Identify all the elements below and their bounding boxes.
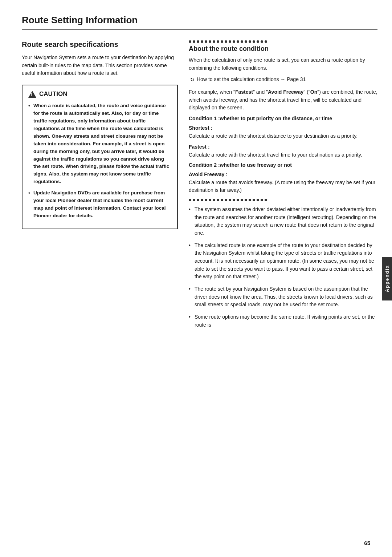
- bullet-item-1-text: The system assumes the driver deviated e…: [195, 206, 376, 236]
- dot-7: [213, 40, 215, 43]
- fastest-text: Calculate a route with the shortest trav…: [189, 151, 377, 159]
- avoid-freeway-bold: Avoid Freeway: [268, 89, 303, 95]
- bdot-12: [233, 199, 235, 201]
- bdot-13: [237, 199, 239, 201]
- bdot-17: [253, 199, 255, 201]
- dot-5: [205, 40, 207, 43]
- avoid-freeway-text: Calculate a route that avoids freeway. (…: [189, 179, 377, 194]
- caution-list: When a route is calculated, the route an…: [28, 102, 171, 220]
- dot-12: [233, 40, 235, 43]
- avoid-freeway-heading: Avoid Freeway :: [189, 171, 377, 177]
- bullet-item-4: Some route options may become the same r…: [189, 313, 377, 329]
- dot-2: [193, 40, 195, 43]
- dot-14: [241, 40, 243, 43]
- link-text: How to set the calculation conditions → …: [197, 76, 306, 84]
- bullet-item-3-text: The route set by your Navigation System …: [195, 286, 373, 307]
- on-bold: On: [310, 89, 317, 95]
- link-page-number: Page 31: [287, 76, 306, 82]
- dot-1: [189, 40, 191, 43]
- dot-18: [257, 40, 259, 43]
- dot-15: [245, 40, 247, 43]
- caution-item-2-text: Update Navigation DVDs are available for…: [33, 190, 166, 218]
- example-text: For example, when "Fastest" and "Avoid F…: [189, 88, 377, 112]
- sidebar-tab: Appendix: [382, 257, 392, 300]
- link-page: Page 31: [287, 76, 306, 82]
- right-column: About the route condition When the calcu…: [189, 40, 377, 542]
- dots-divider-top: [189, 40, 377, 43]
- caution-bold-2: Update Navigation DVDs are available for…: [33, 190, 166, 218]
- page-title: Route Setting Information: [22, 15, 377, 30]
- bdot-9: [221, 199, 223, 201]
- caution-label: CAUTION: [39, 90, 67, 98]
- bdot-7: [213, 199, 215, 201]
- route-search-heading: Route search specifications: [22, 40, 178, 49]
- caution-item-1: When a route is calculated, the route an…: [28, 102, 171, 186]
- caution-header: CAUTION: [28, 90, 171, 98]
- dot-17: [253, 40, 255, 43]
- bdot-10: [225, 199, 227, 201]
- left-column: Route search specifications Your Navigat…: [22, 40, 178, 542]
- dot-6: [209, 40, 211, 43]
- bullet-item-4-text: Some route options may become the same r…: [195, 314, 375, 328]
- dot-4: [201, 40, 203, 43]
- dot-11: [229, 40, 231, 43]
- condition2-heading: Condition 2 :whether to use freeway or n…: [189, 162, 377, 168]
- bullet-item-1: The system assumes the driver deviated e…: [189, 206, 377, 237]
- bdot-1: [189, 199, 191, 201]
- bdot-20: [265, 199, 267, 201]
- dot-13: [237, 40, 239, 43]
- bdot-14: [241, 199, 243, 201]
- arrow-icon: ↻: [190, 76, 195, 84]
- shortest-text: Calculate a route with the shortest dist…: [189, 132, 377, 140]
- dot-20: [265, 40, 267, 43]
- fastest-heading: Fastest :: [189, 144, 377, 150]
- dot-8: [217, 40, 219, 43]
- fastest-bold: Fastest: [235, 89, 253, 95]
- caution-bold-1: When a route is calculated, the route an…: [33, 103, 169, 184]
- caution-item-1-text: When a route is calculated, the route an…: [33, 103, 169, 184]
- dot-16: [249, 40, 251, 43]
- bullet-item-2: The calculated route is one example of t…: [189, 242, 377, 281]
- condition2-heading-text: Condition 2 :whether to use freeway or n…: [189, 162, 292, 168]
- dot-10: [225, 40, 227, 43]
- main-content: Route Setting Information Route search s…: [0, 0, 392, 557]
- bdot-16: [249, 199, 251, 201]
- about-route-heading: About the route condition: [189, 45, 377, 53]
- caution-triangle-icon: [28, 91, 36, 98]
- bdot-19: [261, 199, 263, 201]
- bdot-5: [205, 199, 207, 201]
- bdot-8: [217, 199, 219, 201]
- bdot-6: [209, 199, 211, 201]
- bullet-item-3: The route set by your Navigation System …: [189, 285, 377, 309]
- bdot-4: [201, 199, 203, 201]
- how-to-set-link: ↻ How to set the calculation conditions …: [189, 76, 377, 84]
- two-column-layout: Route search specifications Your Navigat…: [22, 40, 377, 542]
- dots-divider-bottom: [189, 199, 377, 201]
- link-text-part1: How to set the calculation conditions →: [197, 76, 285, 82]
- sidebar-tab-label: Appendix: [384, 265, 390, 292]
- page-container: Route Setting Information Route search s…: [0, 0, 392, 557]
- page-number: 65: [364, 540, 370, 546]
- bdot-2: [193, 199, 195, 201]
- condition1-heading: Condition 1 :whether to put priority on …: [189, 116, 377, 121]
- condition1-heading-text: Condition 1 :whether to put priority on …: [189, 116, 332, 121]
- bdot-11: [229, 199, 231, 201]
- dot-19: [261, 40, 263, 43]
- intro-text: Your Navigation System sets a route to y…: [22, 54, 178, 77]
- bdot-15: [245, 199, 247, 201]
- about-route-intro: When the calculation of only one route i…: [189, 56, 377, 72]
- bullet-item-2-text: The calculated route is one example of t…: [195, 242, 374, 280]
- dot-9: [221, 40, 223, 43]
- bullet-list: The system assumes the driver deviated e…: [189, 206, 377, 329]
- dot-3: [197, 40, 199, 43]
- caution-box: CAUTION When a route is calculated, the …: [22, 85, 178, 229]
- caution-item-2: Update Navigation DVDs are available for…: [28, 189, 171, 220]
- bdot-3: [197, 199, 199, 201]
- bdot-18: [257, 199, 259, 201]
- shortest-heading: Shortest :: [189, 125, 377, 131]
